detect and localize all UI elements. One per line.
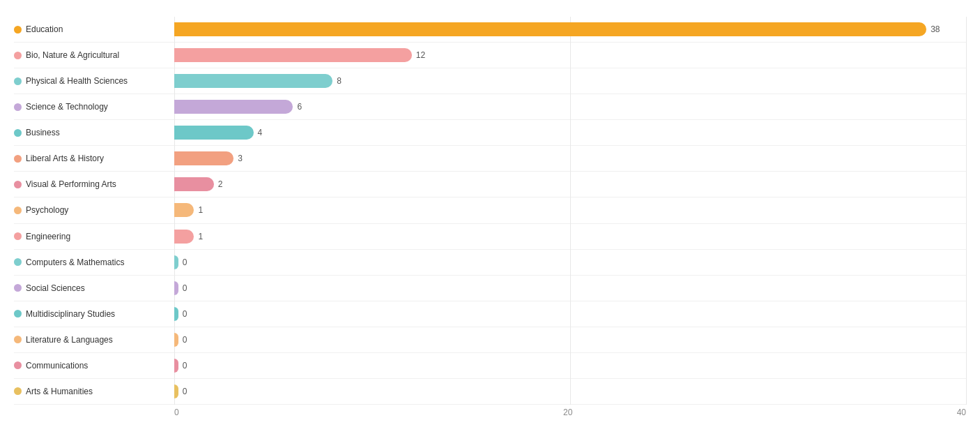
bar-dot xyxy=(14,181,22,188)
bar-label-text: Literature & Languages xyxy=(26,335,113,345)
bar-track: 2 xyxy=(174,177,966,192)
bar-track: 0 xyxy=(174,281,966,296)
bar-label-area: Computers & Mathematics xyxy=(14,257,174,267)
bar-dot xyxy=(14,103,22,111)
bar-label-area: Education xyxy=(14,24,174,34)
bar-label-area: Arts & Humanities xyxy=(14,387,174,396)
bar-label-area: Multidisciplinary Studies xyxy=(14,309,174,319)
bar-track: 12 xyxy=(174,47,966,63)
bar-label-text: Computers & Mathematics xyxy=(26,257,124,267)
bar-label-area: Social Sciences xyxy=(14,283,174,293)
bar-dot xyxy=(14,129,22,137)
bar-fill xyxy=(174,203,194,217)
bar-label-text: Education xyxy=(26,24,63,34)
bar-track: 1 xyxy=(174,202,966,218)
bar-value-label: 1 xyxy=(198,232,203,241)
bar-track: 8 xyxy=(174,73,966,89)
bar-row: Psychology1 xyxy=(14,197,966,223)
bar-label-area: Psychology xyxy=(14,205,174,215)
bar-fill xyxy=(174,22,926,36)
bar-fill xyxy=(174,333,178,347)
bars-rows: Education38Bio, Nature & Agricultural12P… xyxy=(14,17,966,405)
bar-track: 0 xyxy=(174,255,966,270)
bar-label-area: Literature & Languages xyxy=(14,335,174,345)
bar-dot xyxy=(14,207,22,214)
bar-label-area: Bio, Nature & Agricultural xyxy=(14,50,174,60)
bar-dot xyxy=(14,77,22,85)
bar-row: Education38 xyxy=(14,17,966,43)
bar-label-text: Business xyxy=(26,128,60,137)
bar-row: Multidisciplinary Studies0 xyxy=(14,301,966,327)
bar-row: Social Sciences0 xyxy=(14,276,966,301)
bar-row: Physical & Health Sciences8 xyxy=(14,68,966,94)
bar-label-text: Visual & Performing Arts xyxy=(26,179,116,189)
bar-label-area: Liberal Arts & History xyxy=(14,154,174,163)
x-tick: 40 xyxy=(957,408,966,417)
bar-dot xyxy=(14,26,22,33)
bar-track: 0 xyxy=(174,384,966,399)
bar-dot xyxy=(14,387,22,395)
bar-label-area: Communications xyxy=(14,361,174,371)
bar-fill xyxy=(174,177,214,191)
bar-track: 4 xyxy=(174,125,966,140)
bar-label-text: Communications xyxy=(26,361,88,371)
bar-row: Literature & Languages0 xyxy=(14,327,966,353)
bar-label-text: Social Sciences xyxy=(26,283,85,293)
bar-row: Engineering1 xyxy=(14,224,966,250)
bar-dot xyxy=(14,361,22,369)
bar-label-text: Bio, Nature & Agricultural xyxy=(26,50,119,60)
bar-track: 38 xyxy=(174,22,966,37)
bar-row: Science & Technology6 xyxy=(14,94,966,120)
bar-value-label: 8 xyxy=(337,76,342,86)
chart-body: Education38Bio, Nature & Agricultural12P… xyxy=(14,17,966,417)
bar-dot xyxy=(14,52,22,59)
bar-track: 1 xyxy=(174,229,966,244)
bar-value-label: 38 xyxy=(931,24,940,34)
bar-track: 0 xyxy=(174,358,966,373)
x-axis: 02040 xyxy=(174,405,966,417)
bar-value-label: 6 xyxy=(297,102,302,112)
bar-fill xyxy=(174,255,178,269)
bar-value-label: 0 xyxy=(183,257,187,267)
bar-row: Computers & Mathematics0 xyxy=(14,250,966,276)
bar-dot xyxy=(14,310,22,317)
bar-track: 3 xyxy=(174,151,966,166)
grid-line-40 xyxy=(966,17,967,405)
bar-row: Business4 xyxy=(14,120,966,146)
bar-fill xyxy=(174,307,178,321)
bar-row: Visual & Performing Arts2 xyxy=(14,172,966,197)
bar-track: 0 xyxy=(174,332,966,347)
bar-label-area: Science & Technology xyxy=(14,102,174,112)
bar-value-label: 0 xyxy=(183,361,187,371)
bar-label-area: Physical & Health Sciences xyxy=(14,76,174,86)
bar-row: Arts & Humanities0 xyxy=(14,379,966,405)
bar-label-text: Arts & Humanities xyxy=(26,387,93,396)
bar-fill xyxy=(174,384,178,398)
bar-label-text: Physical & Health Sciences xyxy=(26,76,128,86)
bar-row: Bio, Nature & Agricultural12 xyxy=(14,43,966,68)
bar-fill xyxy=(174,126,254,140)
chart-container: Education38Bio, Nature & Agricultural12P… xyxy=(0,0,980,441)
bar-dot xyxy=(14,232,22,240)
bar-value-label: 4 xyxy=(258,128,263,137)
bar-label-area: Engineering xyxy=(14,232,174,241)
bar-value-label: 2 xyxy=(218,179,223,189)
bar-value-label: 3 xyxy=(238,154,243,163)
bar-value-label: 0 xyxy=(183,335,187,345)
bar-fill xyxy=(174,48,412,62)
x-tick: 20 xyxy=(563,408,572,417)
bar-fill xyxy=(174,74,332,88)
bar-dot xyxy=(14,258,22,266)
bar-row: Communications0 xyxy=(14,353,966,379)
x-tick: 0 xyxy=(174,408,179,417)
bar-label-area: Business xyxy=(14,128,174,137)
bar-label-text: Science & Technology xyxy=(26,102,108,112)
bar-fill xyxy=(174,230,194,244)
bar-dot xyxy=(14,155,22,163)
bar-row: Liberal Arts & History3 xyxy=(14,146,966,172)
bar-value-label: 1 xyxy=(198,205,203,215)
bar-fill xyxy=(174,359,178,373)
bar-dot xyxy=(14,284,22,292)
bar-track: 6 xyxy=(174,99,966,114)
bar-label-area: Visual & Performing Arts xyxy=(14,179,174,189)
